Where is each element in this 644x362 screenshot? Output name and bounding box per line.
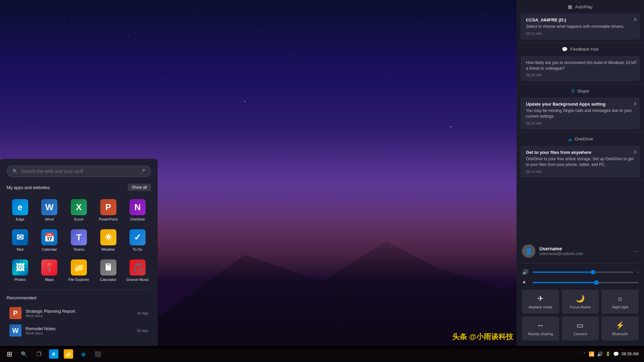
recommended-item[interactable]: P Strategic Planning Report Work docs 1h…: [7, 304, 151, 322]
app-item-groove-music[interactable]: 🎵 Groove Music: [124, 257, 151, 284]
quick-tile-connect[interactable]: ▭ Connect: [562, 316, 599, 341]
app-label: Weather: [101, 247, 115, 251]
brightness-slider[interactable]: [533, 282, 639, 283]
avatar-icon: 👤: [525, 247, 532, 255]
rec-time: 1h ago: [137, 311, 148, 315]
app-item-edge[interactable]: e Edge: [7, 196, 34, 224]
notif-app-icon: ☁: [568, 136, 572, 142]
quick-tile-nearby-sharing[interactable]: ↔ Nearby sharing: [522, 316, 559, 341]
quick-tile-focus-assist[interactable]: 🌙 Focus Assist: [562, 290, 599, 314]
quick-tile-night-light[interactable]: ☼ Night light: [601, 290, 639, 314]
search-input[interactable]: [21, 169, 137, 174]
notif-app-header: ▦ AutoPlay: [517, 0, 644, 13]
notif-app-icon: ▦: [568, 4, 572, 9]
quick-tile-label: Airplane mode: [529, 305, 552, 309]
notif-time: 08:21 AM: [526, 32, 635, 36]
start-menu: 🔍 🎤 My apps and websites Show all e Edge…: [0, 159, 158, 346]
quick-tile-icon: ✈: [537, 294, 543, 303]
quick-tile-label: Bluetooth: [612, 332, 628, 336]
app-item-mail[interactable]: ✉ Mail: [7, 227, 34, 254]
app-icon: 📁: [71, 259, 87, 276]
app-item-file-explorer[interactable]: 📁 File Explorer: [65, 257, 92, 284]
app-icon: ✉: [12, 229, 28, 245]
rec-icon: P: [9, 307, 21, 319]
quick-tile-airplane-mode[interactable]: ✈ Airplane mode: [522, 290, 559, 314]
rec-info: Remodel Notes Work docs: [25, 326, 133, 335]
taskbar-edge[interactable]: e: [47, 347, 60, 361]
app-item-maps[interactable]: 📍 Maps: [36, 257, 63, 284]
app-item-calculator[interactable]: 🖩 Calculator: [95, 257, 122, 284]
rec-name: Remodel Notes: [25, 326, 133, 331]
taskbar-taskview[interactable]: ❐: [32, 347, 46, 361]
notification-card[interactable]: How likely are you to recommend this bui…: [521, 56, 640, 81]
notification-group: 💬 Feedback Hub How likely are you to rec…: [517, 43, 644, 84]
notif-time: 08:14 AM: [526, 170, 635, 174]
app-item-word[interactable]: W Word: [36, 196, 63, 224]
tray-icons: ⌃ 📶 🔊 🔋 💬: [583, 351, 619, 357]
notif-collapse-button[interactable]: ∧: [633, 59, 637, 65]
notif-collapse-button[interactable]: ∧: [633, 100, 637, 107]
clock[interactable]: 08:36 AM: [622, 352, 639, 356]
clock-time: 08:36 AM: [622, 352, 639, 356]
taskbar-terminal[interactable]: ⬛: [91, 347, 105, 361]
start-button[interactable]: ⊞: [3, 347, 16, 361]
quick-tile-bluetooth[interactable]: ⚡ Bluetooth: [601, 316, 639, 341]
quick-settings-panel: 👤 Username username@outlook.com ⋯ 🔊 › ✦: [517, 236, 644, 346]
notif-app-name: AutoPlay: [575, 4, 592, 9]
quick-tile-label: Night light: [612, 305, 628, 309]
app-icon: ☀: [100, 229, 116, 245]
notif-collapse-button[interactable]: ∧: [633, 16, 637, 22]
apps-grid: e Edge W Word X Excel P PowerPoint N One…: [7, 196, 151, 284]
volume-slider[interactable]: [533, 272, 633, 273]
user-email: username@outlook.com: [539, 251, 629, 256]
app-item-photos[interactable]: 🖼 Photos: [7, 257, 34, 284]
show-all-button[interactable]: Show all: [128, 184, 151, 191]
app-label: Maps: [45, 278, 54, 282]
quick-tile-label: Nearby sharing: [528, 332, 553, 336]
app-label: OneNote: [130, 217, 145, 221]
app-item-onenote[interactable]: N OneNote: [124, 196, 151, 224]
quick-tiles: ✈ Airplane mode 🌙 Focus Assist ☼ Night l…: [522, 290, 639, 341]
microphone-icon[interactable]: 🎤: [140, 169, 145, 174]
recommended-item[interactable]: W Remodel Notes Work docs 5h ago: [7, 322, 151, 339]
taskbar-vscode[interactable]: ◈: [76, 347, 90, 361]
tray-network[interactable]: 📶: [589, 351, 594, 357]
app-label: Calculator: [100, 278, 117, 282]
rec-sub: Work docs: [25, 314, 133, 318]
notif-collapse-button[interactable]: ∧: [633, 148, 637, 155]
tray-battery[interactable]: 🔋: [605, 352, 610, 356]
apps-section-header: My apps and websites Show all: [7, 184, 151, 191]
tray-sound[interactable]: 🔊: [597, 351, 603, 357]
notification-card[interactable]: CCSA_A64FRE (D:) Select to choose what h…: [521, 13, 640, 40]
volume-arrow[interactable]: ›: [637, 270, 639, 275]
app-item-teams[interactable]: T Teams: [65, 227, 92, 254]
taskbar-explorer[interactable]: 📁: [62, 347, 75, 361]
apps-section-title: My apps and websites: [7, 185, 50, 190]
app-icon: e: [12, 199, 28, 215]
app-item-calendar[interactable]: 📅 Calendar: [36, 227, 63, 254]
notification-card[interactable]: Update your Background Apps setting You …: [521, 98, 640, 129]
app-icon: X: [71, 199, 87, 215]
notif-time: 08:20 AM: [526, 73, 635, 77]
notif-body: OneDrive is your free online storage. Se…: [526, 156, 635, 168]
app-icon: P: [100, 199, 116, 215]
taskbar-search[interactable]: 🔍: [17, 347, 31, 361]
search-bar[interactable]: 🔍 🎤: [7, 166, 151, 177]
user-avatar: 👤: [522, 244, 535, 258]
app-item-to-do[interactable]: ✓ To Do: [124, 227, 151, 254]
app-label: To Do: [133, 247, 143, 251]
user-more-button[interactable]: ⋯: [633, 247, 639, 255]
app-label: File Explorer: [68, 278, 89, 282]
brightness-icon: ✦: [522, 279, 529, 286]
tray-notification[interactable]: 💬: [613, 351, 619, 357]
notification-card[interactable]: Get to your files from anywhere OneDrive…: [521, 146, 640, 178]
app-item-weather[interactable]: ☀ Weather: [95, 227, 122, 254]
notification-group: ☁ OneDrive Get to your files from anywhe…: [517, 132, 644, 181]
app-item-excel[interactable]: X Excel: [65, 196, 92, 224]
notif-app-header: ☁ OneDrive: [517, 132, 644, 146]
tray-show-hidden[interactable]: ⌃: [583, 352, 586, 356]
user-name: Username: [539, 246, 629, 251]
app-item-powerpoint[interactable]: P PowerPoint: [95, 196, 122, 224]
app-icon: ✓: [129, 229, 146, 245]
rec-sub: Work docs: [25, 331, 133, 335]
